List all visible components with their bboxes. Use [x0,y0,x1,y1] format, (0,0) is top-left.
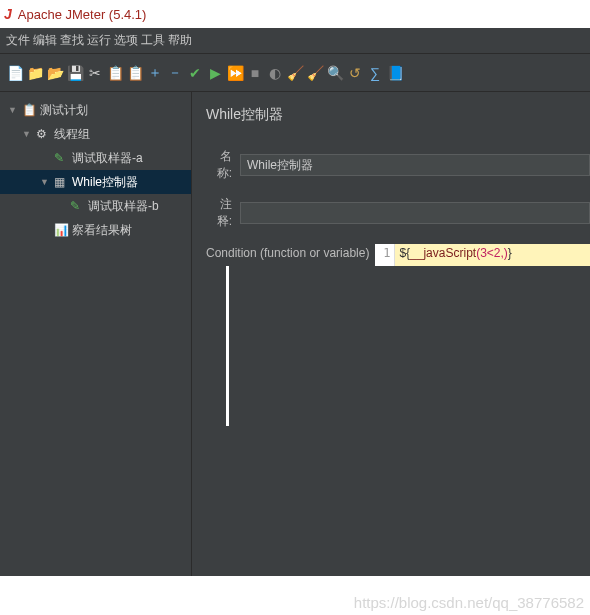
clear-icon[interactable]: 🧹 [286,62,304,84]
name-input[interactable] [240,154,590,176]
menu-item[interactable]: 查找 [60,32,84,49]
tree-item-sampler-a[interactable]: ✎调试取样器-a [0,146,191,170]
save-icon[interactable]: 💾 [66,62,84,84]
editor-panel: While控制器 名称: 注释: Condition (function or … [192,92,590,576]
tree-item-sampler-b[interactable]: ✎调试取样器-b [0,194,191,218]
tree-item-icon: 📊 [54,223,68,237]
new-icon[interactable]: 📄 [6,62,24,84]
search-icon[interactable]: 🔍 [326,62,344,84]
toolbar: 📄📁📂💾✂📋📋＋－✔▶⏩■◐🧹🧹🔍↺∑📘 [0,54,590,92]
expand-icon[interactable]: ＋ [146,62,164,84]
copy-icon[interactable]: 📋 [106,62,124,84]
tree-thread-group[interactable]: ▼ ⚙ 线程组 [0,122,191,146]
panel-title: While控制器 [206,106,590,124]
menu-item[interactable]: 文件 [6,32,30,49]
collapse-icon[interactable]: － [166,62,184,84]
menu-item[interactable]: 帮助 [168,32,192,49]
tree-item-icon: ▦ [54,175,68,189]
line-number: 1 [375,244,395,266]
open-icon[interactable]: 📂 [46,62,64,84]
app-window: 文件编辑查找运行选项工具帮助 📄📁📂💾✂📋📋＋－✔▶⏩■◐🧹🧹🔍↺∑📘 ▼ 📋 … [0,28,590,576]
tree-item-icon: ✎ [54,151,68,165]
condition-row: Condition (function or variable) 1 ${__j… [206,244,590,266]
titlebar: J Apache JMeter (5.4.1) [0,0,590,28]
code-prefix: ${ [399,246,410,260]
shutdown-icon[interactable]: ◐ [266,62,284,84]
name-field-row: 名称: [206,148,590,182]
chevron-down-icon[interactable]: ▼ [40,177,50,187]
app-body: ▼ 📋 测试计划 ▼ ⚙ 线程组 ✎调试取样器-a▼▦While控制器✎调试取样… [0,92,590,576]
code-args: (3<2,) [476,246,508,260]
code-suffix: } [508,246,512,260]
tree-label: 线程组 [54,126,90,143]
gear-icon: ⚙ [36,127,50,141]
clear-all-icon[interactable]: 🧹 [306,62,324,84]
function-helper-icon[interactable]: ∑ [366,62,384,84]
cut-icon[interactable]: ✂ [86,62,104,84]
menu-item[interactable]: 选项 [114,32,138,49]
comment-input[interactable] [240,202,590,224]
tree-item-label: 察看结果树 [72,222,132,239]
help-icon[interactable]: 📘 [386,62,404,84]
beaker-icon: 📋 [22,103,36,117]
tree-item-while-controller[interactable]: ▼▦While控制器 [0,170,191,194]
watermark: https://blog.csdn.net/qq_38776582 [354,594,584,611]
condition-editor[interactable]: 1 ${__javaScript(3<2,)} [375,244,590,266]
comment-label: 注释: [206,196,232,230]
window-title: Apache JMeter (5.4.1) [18,7,147,22]
condition-label: Condition (function or variable) [206,244,369,266]
menu-item[interactable]: 工具 [141,32,165,49]
menu-item[interactable]: 运行 [87,32,111,49]
tree-item-label: 调试取样器-a [72,150,143,167]
stop-icon[interactable]: ■ [246,62,264,84]
code-function: __javaScript [410,246,476,260]
chevron-down-icon[interactable]: ▼ [8,105,18,115]
templates-icon[interactable]: 📁 [26,62,44,84]
code-line[interactable]: ${__javaScript(3<2,)} [395,244,590,266]
tree-item-label: While控制器 [72,174,138,191]
start-no-timers-icon[interactable]: ⏩ [226,62,244,84]
tree-item-label: 调试取样器-b [88,198,159,215]
chevron-down-icon[interactable]: ▼ [22,129,32,139]
paste-icon[interactable]: 📋 [126,62,144,84]
tree-panel: ▼ 📋 测试计划 ▼ ⚙ 线程组 ✎调试取样器-a▼▦While控制器✎调试取样… [0,92,192,576]
tree-root-test-plan[interactable]: ▼ 📋 测试计划 [0,98,191,122]
app-logo: J [4,6,12,22]
tree-label: 测试计划 [40,102,88,119]
start-icon[interactable]: ▶ [206,62,224,84]
toggle-icon[interactable]: ✔ [186,62,204,84]
code-area[interactable] [226,266,590,426]
comment-field-row: 注释: [206,196,590,230]
menubar[interactable]: 文件编辑查找运行选项工具帮助 [0,28,590,54]
name-label: 名称: [206,148,232,182]
tree-item-icon: ✎ [70,199,84,213]
reset-search-icon[interactable]: ↺ [346,62,364,84]
tree-item-view-results-tree[interactable]: 📊察看结果树 [0,218,191,242]
menu-item[interactable]: 编辑 [33,32,57,49]
